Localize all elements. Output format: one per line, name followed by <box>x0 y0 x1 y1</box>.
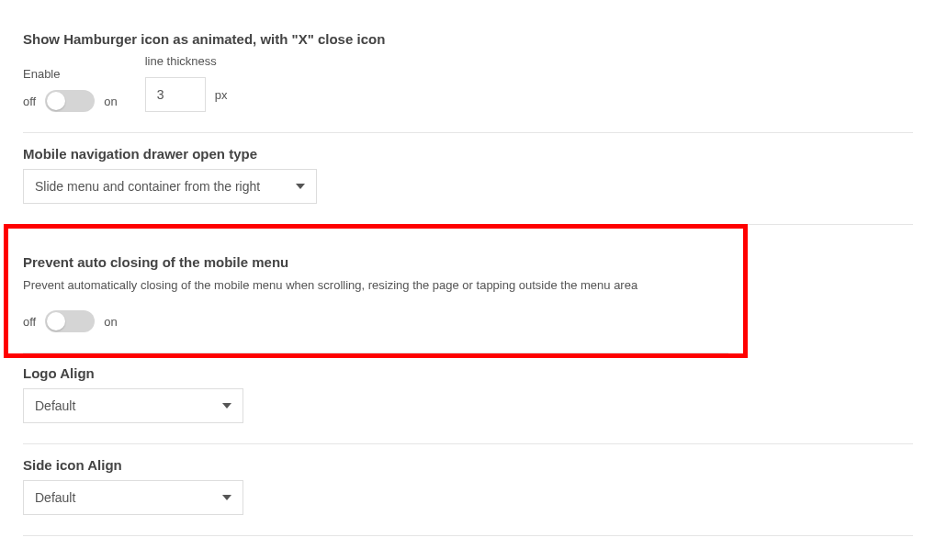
side-icon-selected: Default <box>35 490 75 505</box>
enable-on-label: on <box>104 95 117 108</box>
nav-drawer-selected: Slide menu and container from the right <box>35 179 260 194</box>
side-icon-section: Side icon Align Default <box>23 444 913 536</box>
caret-down-icon <box>296 184 305 189</box>
logo-align-title: Logo Align <box>23 365 913 381</box>
logo-align-select[interactable]: Default <box>23 388 243 423</box>
thickness-col: line thickness px <box>145 54 228 112</box>
enable-off-label: off <box>23 95 36 108</box>
thickness-label: line thickness <box>145 54 228 68</box>
side-icon-title: Side icon Align <box>23 457 913 473</box>
prevent-close-desc: Prevent automatically closing of the mob… <box>23 277 728 294</box>
side-icon-select[interactable]: Default <box>23 480 243 515</box>
prevent-close-title: Prevent auto closing of the mobile menu <box>23 254 728 270</box>
thickness-control: px <box>145 77 228 112</box>
prevent-close-toggle[interactable] <box>45 310 95 332</box>
hamburger-section: Show Hamburger icon as animated, with "X… <box>23 18 913 133</box>
nav-drawer-select[interactable]: Slide menu and container from the right <box>23 169 317 204</box>
highlighted-region: Prevent auto closing of the mobile menu … <box>4 224 748 358</box>
caret-down-icon <box>222 495 231 500</box>
enable-toggle-wrap: off on <box>23 90 118 112</box>
enable-toggle[interactable] <box>45 90 95 112</box>
caret-down-icon <box>222 403 231 409</box>
prevent-close-toggle-wrap: off on <box>23 310 728 332</box>
nav-drawer-title: Mobile navigation drawer open type <box>23 146 913 162</box>
logo-align-section: Logo Align Default <box>23 358 913 444</box>
logo-align-selected: Default <box>35 398 75 413</box>
prevent-close-off-label: off <box>23 315 36 329</box>
prevent-close-section: Prevent auto closing of the mobile menu … <box>23 241 728 353</box>
thickness-input[interactable] <box>145 77 206 112</box>
toggle-knob <box>47 312 65 330</box>
enable-col: Enable off on <box>23 67 118 112</box>
enable-label: Enable <box>23 67 118 81</box>
nav-drawer-section: Mobile navigation drawer open type Slide… <box>23 133 913 225</box>
prevent-close-on-label: on <box>104 315 117 329</box>
toggle-knob <box>47 92 65 110</box>
hamburger-controls: Enable off on line thickness px <box>23 54 913 112</box>
hamburger-title: Show Hamburger icon as animated, with "X… <box>23 31 913 47</box>
thickness-unit: px <box>215 88 228 102</box>
